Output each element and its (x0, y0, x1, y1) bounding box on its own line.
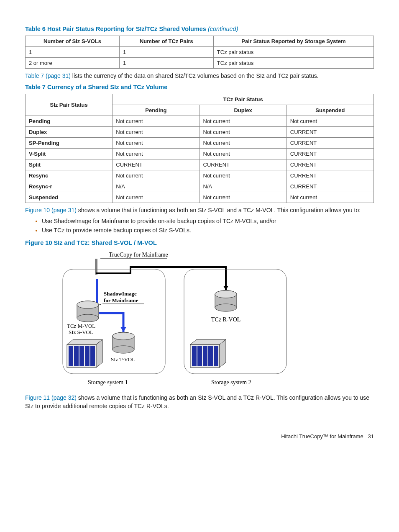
table-cell: Not current (113, 192, 200, 203)
table-cell: Not current (113, 126, 200, 137)
table-cell: Not current (200, 137, 286, 148)
table-cell: Not current (286, 192, 373, 203)
table-cell: Not current (286, 116, 373, 126)
para3-rest: shows a volume that is functioning as bo… (25, 394, 369, 409)
table6: Number of SIz S-VOLs Number of TCz Pairs… (25, 36, 374, 69)
table-cell: 2 or more (26, 58, 120, 69)
footer-text: Hitachi TrueCopy™ for Mainframe (281, 433, 363, 439)
table-cell: Not current (200, 192, 286, 203)
svg-rect-30 (90, 346, 95, 366)
svg-point-12 (77, 301, 99, 308)
table-cell: Not current (113, 116, 200, 126)
svg-marker-5 (120, 327, 126, 332)
table7-title: Table 7 Currency of a Shared SIz and TCz… (25, 84, 374, 90)
cylinder-mvol (77, 301, 99, 322)
t7-sh1: Pending (113, 105, 200, 116)
table-cell: SP-Pending (26, 137, 113, 148)
svg-rect-36 (203, 346, 207, 366)
table-cell: TCz pair status (213, 47, 373, 58)
svg-point-17 (113, 346, 134, 353)
list-item: Use ShadowImage for Mainframe to provide… (42, 218, 374, 224)
table-cell: CURRENT (286, 159, 373, 170)
table-cell: Not current (113, 170, 200, 181)
table-cell: 1 (26, 47, 120, 58)
svg-marker-40 (190, 339, 226, 344)
table-cell: Resync (26, 170, 113, 181)
t7-sh2: Duplex (200, 105, 286, 116)
link-figure10[interactable]: Figure 10 (page 31) (25, 207, 77, 213)
para-after-table7: Figure 10 (page 31) shows a volume that … (25, 206, 374, 215)
fig-label-top: TrueCopy for Mainframe (109, 252, 168, 258)
fig-label-shadow1: ShadowImage (104, 290, 137, 297)
svg-rect-29 (85, 346, 90, 366)
table-cell: Not current (200, 116, 286, 126)
svg-point-18 (113, 332, 134, 340)
table-cell: CURRENT (286, 126, 373, 137)
list-item: Use TCz to provide remote backup copies … (42, 227, 374, 234)
bullet-list: Use ShadowImage for Mainframe to provide… (25, 218, 374, 234)
page-footer: Hitachi TrueCopy™ for Mainframe 31 (25, 433, 374, 439)
fig-label-mvol2: SIz S-VOL (69, 329, 93, 335)
table7: SIz Pair Status TCz Pair Status Pending … (25, 94, 374, 203)
table-cell: TCz pair status (213, 58, 373, 69)
fig-label-mvol1: TCz M-VOL (67, 323, 95, 329)
table6-title-text: Table 6 Host Pair Status Reporting for S… (25, 26, 208, 32)
svg-rect-38 (214, 346, 218, 366)
table-cell: 1 (119, 47, 213, 58)
table-row: Resync-rN/AN/ACURRENT (26, 181, 374, 192)
table-row: 11TCz pair status (26, 47, 374, 58)
table-row: 2 or more1TCz pair status (26, 58, 374, 69)
fig-label-tvol: SIz T-VOL (111, 356, 135, 362)
table-cell: Not current (200, 170, 286, 181)
table-cell: Duplex (26, 126, 113, 137)
table-cell: CURRENT (113, 159, 200, 170)
footer-page: 31 (368, 433, 374, 439)
table-cell: Resync-r (26, 181, 113, 192)
svg-rect-37 (208, 346, 213, 366)
svg-point-24 (215, 290, 237, 298)
table-cell: Split (26, 159, 113, 170)
svg-rect-26 (69, 346, 73, 366)
table-cell: N/A (200, 181, 286, 192)
table-cell: 1 (119, 58, 213, 69)
fig-label-shadow2: for Mainframe (104, 297, 138, 303)
t6-h3: Pair Status Reported by Storage System (213, 36, 373, 47)
fig-label-sys2: Storage system 2 (211, 379, 251, 386)
svg-marker-32 (67, 339, 102, 344)
table-cell: N/A (113, 181, 200, 192)
table-cell: CURRENT (286, 137, 373, 148)
t7-groupheader: TCz Pair Status (113, 94, 374, 105)
svg-point-11 (77, 314, 99, 322)
link-table7[interactable]: Table 7 (page 31) (25, 72, 71, 79)
cylinder-tvol (113, 332, 134, 353)
table-cell: CURRENT (200, 159, 286, 170)
svg-rect-34 (192, 346, 197, 366)
table-row: V-SplitNot currentNot currentCURRENT (26, 148, 374, 159)
t7-sh3: Suspended (286, 105, 373, 116)
t6-h2: Number of TCz Pairs (119, 36, 213, 47)
table-cell: Not current (200, 148, 286, 159)
storage-rack-1 (67, 339, 102, 368)
cylinder-rvol (215, 290, 237, 311)
table-row: DuplexNot currentNot currentCURRENT (26, 126, 374, 137)
table-row: SP-PendingNot currentNot currentCURRENT (26, 137, 374, 148)
table-cell: Not current (113, 137, 200, 148)
table-cell: CURRENT (286, 170, 373, 181)
para1-rest: lists the currency of the data on shared… (71, 72, 319, 79)
link-figure11[interactable]: Figure 11 (page 32) (25, 394, 77, 401)
t7-rowheader: SIz Pair Status (26, 94, 113, 116)
para-after-figure10: Figure 11 (page 32) shows a volume that … (25, 394, 374, 410)
svg-point-23 (215, 304, 237, 311)
figure10-title: Figure 10 SIz and TCz: Shared S-VOL / M-… (25, 239, 374, 246)
table6-title: Table 6 Host Pair Status Reporting for S… (25, 26, 374, 32)
table6-continued: (continued) (208, 26, 238, 32)
para2-rest: shows a volume that is functioning as bo… (77, 207, 361, 213)
svg-marker-1 (223, 286, 228, 290)
fig-label-sys1: Storage system 1 (88, 379, 128, 386)
table-row: SuspendedNot currentNot currentNot curre… (26, 192, 374, 203)
table-cell: V-Split (26, 148, 113, 159)
figure10-diagram: TrueCopy for Mainframe ShadowImage for M… (59, 250, 374, 390)
storage-rack-2 (190, 339, 226, 368)
table-cell: CURRENT (286, 181, 373, 192)
fig-label-rvol: TCz R-VOL (211, 316, 240, 323)
